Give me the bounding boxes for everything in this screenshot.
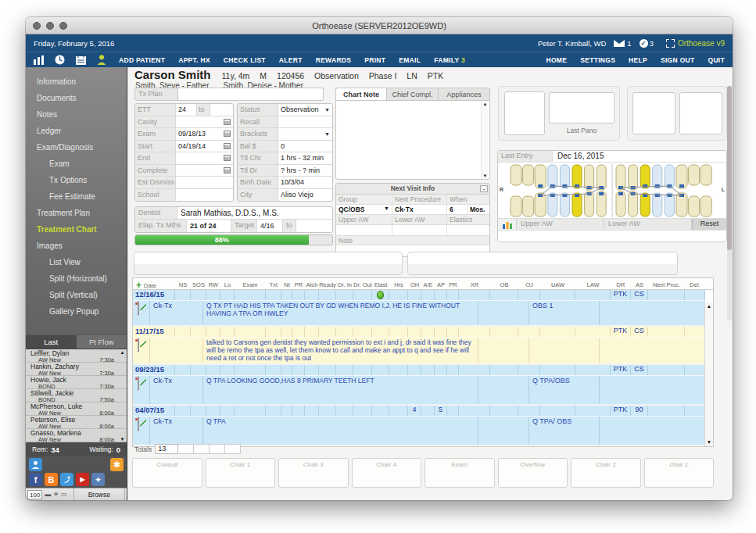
image-slot[interactable] (679, 92, 722, 134)
menu-item-add-patient[interactable]: ADD PATIENT (119, 56, 165, 64)
field-value[interactable]: 04/19/14 (176, 141, 233, 152)
lower-aw-input[interactable] (392, 225, 447, 235)
tooth-diagram[interactable]: R L (498, 163, 726, 219)
zoom-window-button[interactable] (59, 22, 67, 30)
chair-box-chair-4[interactable]: Chair 4 (352, 458, 422, 488)
queue-patient-row[interactable]: Howie, JackBOND7:30a (26, 376, 127, 389)
dropdown-arrow-icon[interactable]: ▼ (324, 107, 330, 113)
field-value[interactable] (278, 116, 332, 128)
when-value[interactable]: 6 (447, 205, 468, 214)
field-value[interactable] (176, 152, 233, 164)
fullscreen-icon[interactable] (666, 39, 675, 48)
chart-note-textarea[interactable]: ▲▼ (335, 100, 490, 180)
last-pano-slot[interactable] (549, 92, 614, 123)
user-profile-icon[interactable] (29, 458, 42, 471)
calendar-picker-icon[interactable] (224, 119, 231, 125)
zoom-out-icon[interactable]: ▬ (45, 491, 51, 498)
sidebar-item-split-vertical[interactable]: Split (Vertical) (26, 287, 127, 303)
menu-item-family[interactable]: FAMILY 3 (434, 56, 465, 64)
fit-icon[interactable]: ✛ (53, 491, 59, 498)
zoom-level[interactable]: 100 (27, 490, 42, 499)
upper-aw-input[interactable] (336, 225, 392, 235)
sidebar-tab-last[interactable]: Last (26, 335, 77, 349)
patient-list-scrollbar[interactable]: ▲▼ (119, 350, 126, 442)
youtube-icon[interactable]: ▶ (76, 473, 89, 486)
minimize-window-button[interactable] (46, 22, 54, 30)
field-value[interactable] (176, 189, 233, 202)
tab-appliances[interactable]: Appliances (439, 88, 490, 101)
sidebar-item-exam[interactable]: Exam (26, 156, 127, 172)
calendar-picker-icon[interactable] (224, 155, 231, 161)
menu-item-email[interactable]: EMAIL (399, 56, 421, 64)
menu-item-check-list[interactable]: CHECK LIST (224, 56, 266, 64)
sidebar-item-ledger[interactable]: Ledger (26, 123, 127, 139)
twitter-icon[interactable] (60, 473, 73, 486)
browse-mode[interactable]: Browse (73, 488, 125, 500)
calendar-icon[interactable] (76, 55, 86, 65)
close-window-button[interactable] (33, 22, 41, 30)
group-select[interactable]: QC/OBS▼ (336, 205, 392, 214)
menu-item-rewards[interactable]: REWARDS (316, 56, 352, 64)
entry-note-row[interactable]: Ck-TxQ TPA LOOKING GOOD,HAS 8 PRIMARY TE… (133, 376, 705, 404)
menu-item-quit[interactable]: QUIT (708, 56, 725, 64)
note-edit-icon[interactable] (138, 338, 139, 352)
entry-date-row[interactable]: 12/16/15PTKCS (133, 290, 705, 301)
menu-item-appt-hx[interactable]: APPT. HX (178, 56, 210, 64)
sidebar-item-notes[interactable]: Notes (26, 106, 127, 123)
sidebar-item-treatment-plan[interactable]: Treatment Plan (26, 205, 127, 221)
chair-box-overflow[interactable]: Overflow (498, 458, 568, 488)
sidebar-item-gallery-popup[interactable]: Gallery Popup (26, 303, 127, 320)
chair-box-chair-1[interactable]: Chair 1 (206, 458, 276, 488)
window-mode-icon[interactable]: ▭ (61, 491, 67, 498)
field-value[interactable]: 09/18/13 (176, 128, 233, 140)
menu-item-help[interactable]: HELP (629, 56, 647, 64)
check-icon[interactable]: ✓ (640, 39, 648, 48)
clock-icon[interactable] (55, 55, 65, 65)
elastics-input[interactable] (447, 225, 489, 235)
entry-date-row[interactable]: 04/07/1545PTK90 (133, 406, 705, 417)
target-value[interactable]: 4/16 (257, 222, 282, 230)
field-value[interactable]: ▼ (278, 128, 332, 140)
note-edit-icon[interactable] (138, 417, 139, 431)
upper-aw-field[interactable]: Upper AW (517, 219, 604, 230)
menu-item-print[interactable]: PRINT (364, 56, 385, 64)
add-entry-button[interactable]: + (136, 281, 142, 289)
menu-item-settings[interactable]: SETTINGS (580, 56, 615, 64)
field-value[interactable] (176, 177, 233, 188)
sidebar-item-list-view[interactable]: List View (26, 254, 127, 270)
field-value[interactable]: 24 (176, 104, 196, 116)
calendar-picker-icon[interactable] (224, 131, 231, 137)
calendar-picker-icon[interactable] (224, 143, 231, 149)
scrollbar-thumb[interactable] (727, 86, 732, 250)
chair-box-chair-2[interactable]: Chair 2 (571, 458, 641, 488)
chair-box-chair-1[interactable]: chair 1 (644, 458, 715, 488)
dropdown-arrow-icon[interactable]: ▼ (324, 131, 330, 137)
field-value[interactable]: 0 (278, 141, 332, 152)
field-value[interactable] (176, 165, 233, 177)
field-value[interactable] (210, 104, 233, 116)
sidebar-item-documents[interactable]: Documents (26, 90, 127, 106)
tx-plan-input[interactable] (178, 88, 324, 101)
blogger-icon[interactable]: B (45, 473, 58, 486)
sidebar-item-images[interactable]: Images (26, 238, 127, 254)
queue-patient-row[interactable]: Leffler, DylanAW New7:30a (26, 349, 127, 363)
field-value[interactable]: 1 hrs - 32 min (278, 152, 332, 164)
minimize-panel-button[interactable]: - (480, 185, 488, 192)
reset-button[interactable]: Reset (692, 219, 726, 230)
dentist-value[interactable]: Sarah Mathias, D.D.S., M.S. (177, 209, 282, 217)
queue-patient-row[interactable]: Hankin, ZacharyAW New7:30a (26, 363, 127, 376)
queue-patient-row[interactable]: Gnasso, MarlenaAW New8:00a (26, 429, 127, 442)
sidebar-item-exam-diagnosis[interactable]: Exam/Diagnosis (26, 139, 127, 156)
sidebar-item-treatment-chart[interactable]: Treatment Chart (26, 221, 127, 238)
field-value[interactable]: Aliso Viejo (278, 189, 332, 202)
field-value[interactable] (176, 116, 233, 128)
note-edit-icon[interactable] (138, 376, 139, 391)
chart-stats-icon[interactable] (498, 219, 517, 230)
window-controls[interactable] (33, 22, 67, 30)
calendar-picker-icon[interactable] (224, 167, 231, 173)
lower-aw-field[interactable]: Lower AW (604, 219, 692, 230)
tab-chart-note[interactable]: Chart Note (335, 88, 387, 101)
app-social-icon[interactable]: ✦ (91, 473, 105, 486)
menu-item-alert[interactable]: ALERT (279, 56, 303, 64)
sidebar-item-split-horizontal[interactable]: Split (Horizontal) (26, 270, 127, 287)
